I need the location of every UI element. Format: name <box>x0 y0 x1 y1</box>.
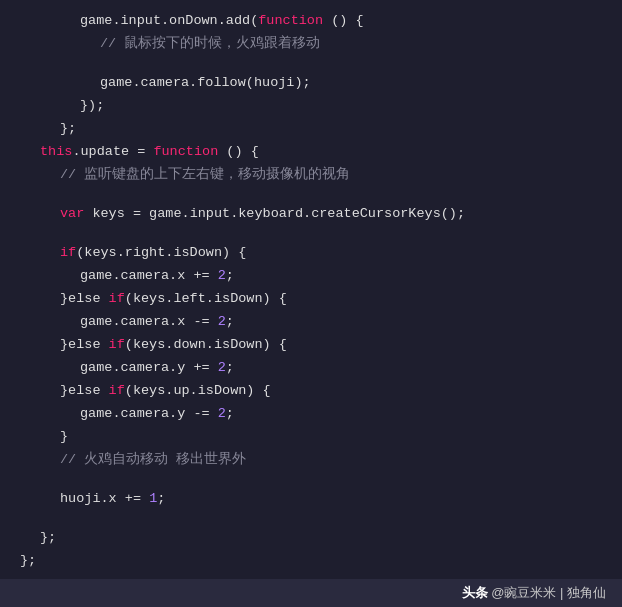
code-line: }else if(keys.left.isDown) { <box>20 288 602 311</box>
code-line: }); <box>20 95 602 118</box>
code-line: if(keys.right.isDown) { <box>20 242 602 265</box>
code-line <box>20 471 602 487</box>
code-line: } <box>20 426 602 449</box>
footer-label: 头条 @豌豆米米 | 独角仙 <box>462 584 606 602</box>
code-line: }else if(keys.down.isDown) { <box>20 334 602 357</box>
code-line: huoji.x += 1; <box>20 488 602 511</box>
code-line: game.input.onDown.add(function () { <box>20 10 602 33</box>
code-line: this.update = function () { <box>20 141 602 164</box>
code-line: // 鼠标按下的时候，火鸡跟着移动 <box>20 33 602 56</box>
code-line: game.camera.y += 2; <box>20 357 602 380</box>
code-line: game.camera.y -= 2; <box>20 403 602 426</box>
code-line: // 监听键盘的上下左右键，移动摄像机的视角 <box>20 164 602 187</box>
code-line: }else if(keys.up.isDown) { <box>20 380 602 403</box>
code-line: var keys = game.input.keyboard.createCur… <box>20 203 602 226</box>
code-editor: game.input.onDown.add(function () {// 鼠标… <box>0 0 622 607</box>
code-line: game.camera.x += 2; <box>20 265 602 288</box>
code-line: // 火鸡自动移动 移出世界外 <box>20 449 602 472</box>
code-line <box>20 187 602 203</box>
code-line <box>20 226 602 242</box>
code-content: game.input.onDown.add(function () {// 鼠标… <box>0 10 622 573</box>
code-line: }; <box>20 550 602 573</box>
code-line <box>20 56 602 72</box>
footer-bar: 头条 @豌豆米米 | 独角仙 <box>0 579 622 607</box>
code-line: }; <box>20 118 602 141</box>
code-line: game.camera.x -= 2; <box>20 311 602 334</box>
code-line <box>20 511 602 527</box>
code-line: game.camera.follow(huoji); <box>20 72 602 95</box>
code-line: }; <box>20 527 602 550</box>
